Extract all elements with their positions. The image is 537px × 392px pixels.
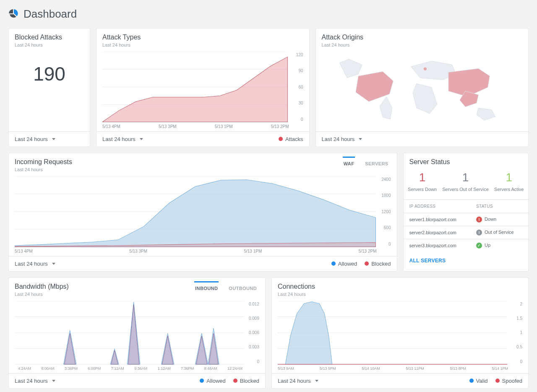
card-incoming-requests: WAF SERVERS Incoming Requests Last 24 ho… [8,153,397,272]
tab-outbound[interactable]: OUTBOUND [228,281,258,294]
x-axis-ticks: 5/13 9AM 5/13 5PM 5/14 10AM 5/13 11PM 5/… [278,366,522,371]
range-selector[interactable]: Last 24 hours [15,136,55,142]
tab-inbound[interactable]: INBOUND [194,281,219,294]
y-axis-ticks: 120 90 60 30 0 [292,52,303,123]
range-label: Last 24 hours [15,136,48,142]
chevron-down-icon [52,138,55,140]
range-selector[interactable]: Last 24 hours [322,136,362,142]
dashboard-icon [8,8,18,20]
legend-dot-red [233,379,237,383]
range-selector[interactable]: Last 24 hours [15,378,55,384]
cards-grid: Blocked Attacks Last 24 hours 190 Last 2… [8,28,529,389]
page-title: Dashboard [23,8,77,21]
alert-icon: ! [476,217,482,222]
legend-dot-blue [469,379,474,383]
servers-down-count: 1 [408,171,437,184]
server-row[interactable]: server2.blorpazort.com !Out of Service [404,226,529,239]
tab-servers[interactable]: SERVERS [364,157,389,170]
tab-waf[interactable]: WAF [343,157,355,170]
servers-up-count: 1 [494,171,524,184]
card-subtitle: Last 24 hours [15,42,84,47]
chevron-down-icon [359,138,362,140]
card-subtitle: Last 24 hours [278,292,522,297]
all-servers-link[interactable]: ALL SERVERS [404,252,529,269]
check-icon: ✓ [476,243,482,248]
svg-point-5 [423,68,426,71]
incoming-requests-chart: 2400 1800 1200 600 0 [15,176,391,247]
x-axis-ticks: 4:24AM8:00AM 3:36PM6:00PM 7:12AM9:36AM 1… [15,366,259,371]
range-selector[interactable]: Last 24 hours [15,261,55,267]
card-title: Attack Types [102,34,303,41]
range-label: Last 24 hours [15,261,48,267]
card-attack-types: Attack Types Last 24 hours [96,28,310,147]
dashboard-page: Dashboard Blocked Attacks Last 24 hours … [0,0,537,392]
legend: Allowed Blocked [331,261,391,267]
legend-dot-blue [200,379,204,383]
range-label: Last 24 hours [322,136,355,142]
range-label: Last 24 hours [102,136,136,142]
card-connections: Connections Last 24 hours [271,277,529,389]
server-table-header: IP ADDRESS STATUS [404,200,529,213]
chevron-down-icon [52,380,55,382]
card-title: Connections [278,283,522,290]
card-subtitle: Last 24 hours [15,167,391,172]
legend: Allowed Blocked [200,378,259,384]
chevron-down-icon [315,380,318,382]
range-label: Last 24 hours [278,378,311,384]
card-title: Attack Origins [322,34,523,41]
legend-dot-blue [331,261,336,266]
card-subtitle: Last 24 hours [102,42,303,47]
connections-chart: 2 1.5 1 0.5 0 [278,301,522,365]
legend-dot-red [365,261,369,266]
x-axis-ticks: 5/13 4PM 5/13 3PM 5/13 1PM 5/13 2PM [15,249,391,253]
status-counts: 1 Servers Down 1 Servers Out of Service … [404,167,529,200]
card-title: Server Status [409,158,523,166]
chevron-down-icon [52,263,55,265]
chevron-down-icon [140,138,143,140]
card-blocked-attacks: Blocked Attacks Last 24 hours 190 Last 2… [8,28,90,147]
servers-out-count: 1 [442,171,489,184]
bandwidth-chart: 0.012 0.009 0.006 0.003 0 [15,301,259,365]
card-title: Blocked Attacks [15,34,84,41]
bandwidth-tabs: INBOUND OUTBOUND [194,278,265,294]
range-selector[interactable]: Last 24 hours [102,136,143,142]
server-row[interactable]: server3.blorpazort.com ✓Up [404,239,529,252]
card-title: Incoming Requests [15,158,391,166]
legend-dot-red [495,379,500,383]
server-row[interactable]: server1.blorpazort.com !Down [404,213,529,226]
blocked-body: 190 [9,49,90,131]
y-axis-ticks: 2 1.5 1 0.5 0 [511,301,522,365]
legend: Attacks [279,136,303,142]
servers-out-label: Servers Out of Service [442,187,489,192]
attack-types-chart: 120 90 60 30 0 [102,52,303,123]
blocked-attacks-count: 190 [15,52,84,89]
warning-icon: ! [476,230,482,235]
servers-up-label: Servers Active [494,187,524,192]
range-label: Last 24 hours [15,378,48,384]
attack-origins-map [322,52,523,123]
card-bandwidth: INBOUND OUTBOUND Bandwidth (Mbps) Last 2… [8,277,266,389]
legend-dot-red [279,137,283,141]
y-axis-ticks: 0.012 0.009 0.006 0.003 0 [248,301,259,365]
page-header: Dashboard [8,8,529,21]
incoming-tabs: WAF SERVERS [343,153,397,170]
card-subtitle: Last 24 hours [322,42,523,47]
legend: Valid Spoofed [469,378,522,384]
range-selector[interactable]: Last 24 hours [278,378,318,384]
y-axis-ticks: 2400 1800 1200 600 0 [379,176,391,247]
card-server-status: Server Status 1 Servers Down 1 Servers O… [403,153,529,272]
servers-down-label: Servers Down [408,187,437,192]
card-attack-origins: Attack Origins Last 24 hours [315,28,529,147]
x-axis-ticks: 5/13 4PM 5/13 3PM 5/13 1PM 5/13 2PM [102,124,303,129]
